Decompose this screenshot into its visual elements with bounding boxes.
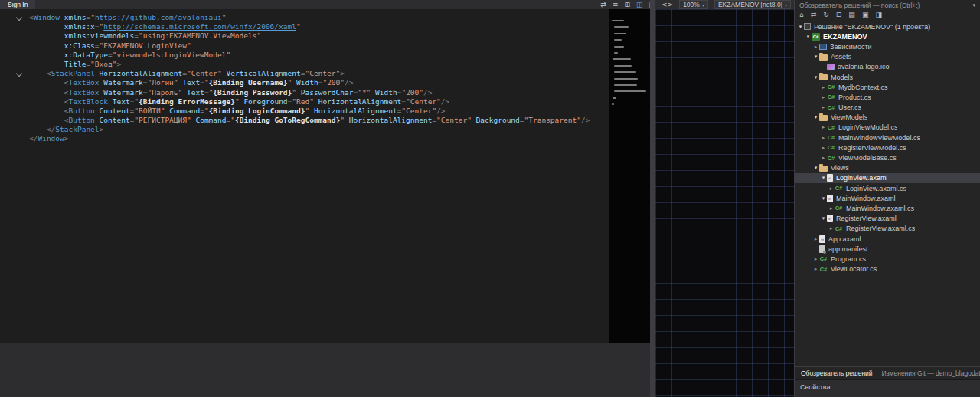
code-token: {Binding Username}	[209, 78, 288, 87]
code-line[interactable]: <Button Content="РЕГИСТРАЦИЯ" Command="{…	[0, 116, 609, 125]
tree-item[interactable]: ▾RegisterView.axaml	[795, 214, 980, 224]
fold-chevron-icon[interactable]	[16, 71, 22, 77]
tree-item[interactable]: ▸C#LoginView.axaml.cs	[795, 183, 980, 193]
tree-item[interactable]: ▾Models	[795, 72, 980, 82]
code-line[interactable]: <TextBox Watermark="Логин" Text="{Bindin…	[0, 78, 609, 87]
vertical-split-icon[interactable]: ◫	[636, 0, 643, 9]
expand-arrow-icon[interactable]: ▸	[812, 266, 819, 272]
properties-icon[interactable]: ▣	[862, 9, 869, 20]
expand-arrow-icon[interactable]: ▸	[820, 135, 827, 141]
minimap-scrollbar[interactable]	[609, 9, 650, 343]
code-line[interactable]: <TextBlock Text="{Binding ErrorMessage}"…	[0, 97, 609, 107]
collapse-arrow-icon[interactable]: ▾	[812, 114, 819, 120]
expand-arrow-icon[interactable]: ▸	[812, 44, 819, 50]
tree-item[interactable]: ▸C#ViewLocator.cs	[795, 264, 980, 274]
tree-item[interactable]: avalonia-logo.ico	[795, 62, 980, 72]
tree-item[interactable]: app.manifest	[795, 244, 980, 254]
expand-arrow-icon[interactable]: ▸	[820, 84, 827, 90]
expand-arrow-icon[interactable]: ▸	[820, 145, 827, 151]
code-token	[29, 78, 64, 87]
code-line[interactable]: x:DataType="viewmodels:LoginViewModel"	[0, 51, 609, 60]
tree-item[interactable]: ▸C#LoginViewModel.cs	[795, 123, 980, 133]
refresh-icon[interactable]: ↻	[823, 9, 829, 20]
tree-item-label: MainWindow.axaml	[836, 195, 896, 202]
code-line[interactable]: <TextBox Watermark="Пароль" Text="{Bindi…	[0, 88, 609, 97]
tree-item[interactable]: ▾Views	[795, 163, 980, 173]
code-line[interactable]: </StackPanel>	[0, 125, 609, 134]
expand-arrow-icon[interactable]: ▸	[812, 256, 819, 262]
code-line[interactable]: <Window xmlns="https://github.com/avalon…	[0, 13, 609, 22]
horizontal-split-icon[interactable]: ≡	[612, 0, 619, 9]
dependencies-icon	[819, 44, 827, 50]
pane-splitter[interactable]	[650, 0, 655, 397]
expand-arrow-icon[interactable]: ▸	[820, 124, 827, 130]
tree-item[interactable]: ▾MainWindow.axaml	[795, 193, 980, 203]
collapse-arrow-icon[interactable]: ▾	[820, 195, 827, 202]
show-all-files-icon[interactable]: ▤	[848, 9, 855, 20]
collapse-arrow-icon[interactable]: ▾	[820, 175, 827, 181]
collapse-arrow-icon[interactable]: ▾	[812, 165, 819, 171]
tree-item[interactable]: ▸C#MainWindowViewModel.cs	[795, 133, 980, 143]
collapse-all-icon[interactable]: ⊟	[836, 9, 842, 20]
code-line[interactable]: </Window>	[0, 134, 609, 143]
zoom-select[interactable]: 100% ▾	[679, 0, 708, 9]
expand-arrow-icon[interactable]: ▸	[828, 185, 835, 192]
chevron-down-icon[interactable]: ▾	[972, 2, 975, 8]
tree-item[interactable]: ▾Решение "EKZAMENOV" (1 проекта)	[795, 21, 980, 31]
swap-panes-icon[interactable]: ⇄	[600, 0, 606, 9]
collapse-arrow-icon[interactable]: ▾	[797, 24, 804, 30]
tree-item[interactable]: ▸Зависимости	[795, 41, 980, 51]
code-line[interactable]: xmlns:viewmodels="using:EKZAMENOV.ViewMo…	[0, 31, 609, 41]
tree-item[interactable]: ▸C#Program.cs	[795, 254, 980, 264]
code-line[interactable]: <StackPanel HorizontalAlignment="Center"…	[0, 69, 609, 78]
csharp-icon: C#	[827, 155, 835, 162]
home-icon[interactable]: ⌂	[799, 9, 804, 20]
tree-item[interactable]: ▸C#MydbContext.cs	[795, 82, 980, 92]
code-line[interactable]: Title="Вход">	[0, 60, 609, 69]
tab-sign-in[interactable]: Sign In	[0, 0, 35, 9]
xaml-code-editor[interactable]: <Window xmlns="https://github.com/avalon…	[0, 9, 609, 343]
tree-item-label: App.axaml	[828, 235, 861, 243]
collapse-arrow-icon[interactable]: ▾	[812, 54, 819, 60]
tree-item[interactable]: ▸C#RegisterView.axaml.cs	[795, 224, 980, 234]
expand-arrow-icon[interactable]: ▸	[820, 94, 827, 100]
code-token: Watermark	[103, 78, 142, 87]
code-token: >	[64, 134, 69, 143]
tree-item[interactable]: ▸C#RegisterViewModel.cs	[795, 143, 980, 153]
csharp-icon: C#	[827, 144, 835, 151]
expand-arrow-icon[interactable]: ▸	[828, 225, 835, 231]
code-token: "Center"	[406, 97, 441, 106]
tree-item[interactable]: ▾ViewModels	[795, 113, 980, 123]
tree-item[interactable]: ▸C#MainWindow.axaml.cs	[795, 203, 980, 213]
tree-item[interactable]: ▸App.axaml	[795, 234, 980, 244]
designer-preview-grid[interactable]	[655, 9, 794, 397]
collapse-arrow-icon[interactable]: ▾	[820, 215, 827, 221]
project-target-select[interactable]: EKZAMENOV [net8.0] ▾	[714, 0, 791, 9]
collapse-arrow-icon[interactable]: ▾	[812, 74, 819, 80]
expand-arrow-icon[interactable]: ▸	[812, 236, 819, 242]
tree-item[interactable]: ▾C#EKZAMENOV	[795, 31, 980, 41]
tab-git-changes[interactable]: Изменения Git — demo_blagodat	[882, 369, 980, 377]
tree-item[interactable]: ▾LoginView.axaml	[795, 173, 980, 183]
switch-views-icon[interactable]: ⇄	[811, 9, 817, 20]
tab-solution-explorer[interactable]: Обозреватель решений	[801, 369, 873, 377]
code-token: Background	[476, 116, 520, 124]
fold-chevron-icon[interactable]	[16, 15, 22, 21]
preview-selected-icon[interactable]: ◨	[875, 9, 882, 20]
tree-item[interactable]: ▸C#Product.cs	[795, 92, 980, 102]
code-line[interactable]: xmlns:x="http://schemas.microsoft.com/wi…	[0, 22, 609, 31]
grid-split-icon[interactable]: ⊞	[624, 0, 630, 9]
expand-arrow-icon[interactable]: ▸	[820, 155, 827, 161]
minimap-line	[614, 26, 629, 28]
properties-panel-header[interactable]: Свойства	[795, 379, 980, 397]
collapse-arrow-icon[interactable]: ▾	[805, 34, 812, 40]
tree-item[interactable]: ▸C#User.cs	[795, 103, 980, 113]
tree-item[interactable]: ▾Assets	[795, 52, 980, 62]
xaml-view-icon[interactable]: <>	[662, 0, 673, 9]
tree-item[interactable]: ▸C#ViewModelBase.cs	[795, 153, 980, 162]
code-token: "Transparent"	[524, 116, 581, 124]
expand-arrow-icon[interactable]: ▸	[828, 205, 835, 212]
expand-arrow-icon[interactable]: ▸	[820, 104, 827, 110]
code-line[interactable]: <Button Content="ВОЙТИ" Command="{Bindin…	[0, 107, 609, 116]
code-line[interactable]: x:Class="EKZAMENOV.LoginView"	[0, 41, 609, 51]
